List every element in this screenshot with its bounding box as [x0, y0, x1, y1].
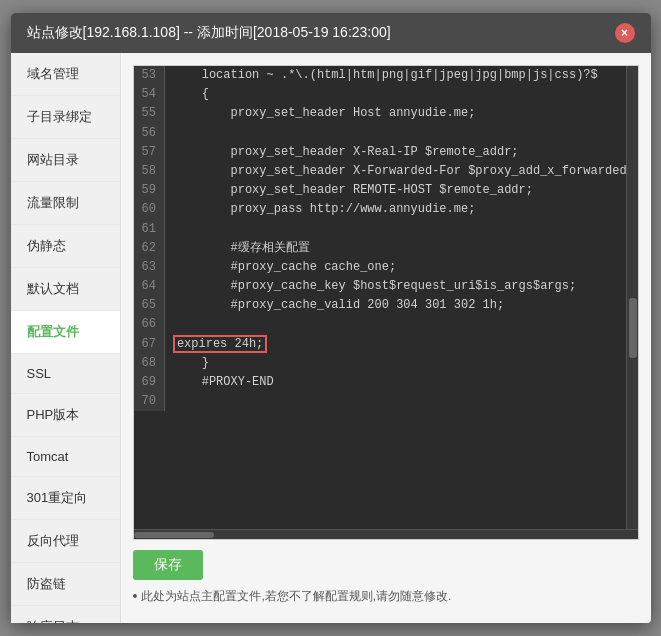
code-line: 63 #proxy_cache cache_one;: [134, 258, 626, 277]
code-line: 58 proxy_set_header X-Forwarded-For $pro…: [134, 162, 626, 181]
code-line: 61: [134, 220, 626, 239]
sidebar-item-12[interactable]: 防盗链: [11, 563, 120, 606]
main-content: 53 location ~ .*\.(html|htm|png|gif|jpeg…: [121, 53, 651, 623]
line-number: 57: [134, 143, 165, 162]
code-line: 68 }: [134, 354, 626, 373]
code-line: 59 proxy_set_header REMOTE-HOST $remote_…: [134, 181, 626, 200]
line-number: 66: [134, 315, 165, 334]
code-line: 56: [134, 124, 626, 143]
code-line: 60 proxy_pass http://www.annyudie.me;: [134, 200, 626, 219]
dialog-title: 站点修改[192.168.1.108] -- 添加时间[2018-05-19 1…: [27, 24, 391, 42]
line-content: #proxy_cache_valid 200 304 301 302 1h;: [164, 296, 625, 315]
line-number: 64: [134, 277, 165, 296]
line-number: 62: [134, 239, 165, 258]
code-line: 57 proxy_set_header X-Real-IP $remote_ad…: [134, 143, 626, 162]
scrollbar-thumb: [629, 298, 637, 358]
line-number: 53: [134, 66, 165, 85]
line-number: 70: [134, 392, 165, 411]
line-content: #PROXY-END: [164, 373, 625, 392]
line-content: expires 24h;: [164, 335, 625, 354]
sidebar: 域名管理子目录绑定网站目录流量限制伪静态默认文档配置文件SSLPHP版本Tomc…: [11, 53, 121, 623]
code-line: 55 proxy_set_header Host annyudie.me;: [134, 104, 626, 123]
sidebar-item-11[interactable]: 反向代理: [11, 520, 120, 563]
dialog-header: 站点修改[192.168.1.108] -- 添加时间[2018-05-19 1…: [11, 13, 651, 53]
sidebar-item-3[interactable]: 流量限制: [11, 182, 120, 225]
sidebar-item-6[interactable]: 配置文件: [11, 311, 120, 354]
sidebar-item-8[interactable]: PHP版本: [11, 394, 120, 437]
sidebar-item-4[interactable]: 伪静态: [11, 225, 120, 268]
notice-bullet: •: [133, 588, 138, 604]
line-content: #proxy_cache_key $host$request_uri$is_ar…: [164, 277, 625, 296]
save-section: 保存 • 此处为站点主配置文件,若您不了解配置规则,请勿随意修改.: [133, 540, 639, 611]
sidebar-item-13[interactable]: 响应日志: [11, 606, 120, 623]
line-number: 60: [134, 200, 165, 219]
sidebar-item-9[interactable]: Tomcat: [11, 437, 120, 477]
horizontal-scrollbar[interactable]: [134, 529, 638, 539]
line-number: 54: [134, 85, 165, 104]
code-line: 66: [134, 315, 626, 334]
code-line: 53 location ~ .*\.(html|htm|png|gif|jpeg…: [134, 66, 626, 85]
line-content: [164, 220, 625, 239]
vertical-scrollbar[interactable]: [626, 66, 638, 529]
save-button[interactable]: 保存: [133, 550, 203, 580]
line-content: location ~ .*\.(html|htm|png|gif|jpeg|jp…: [164, 66, 625, 85]
sidebar-item-2[interactable]: 网站目录: [11, 139, 120, 182]
editor-with-scrollbar: 53 location ~ .*\.(html|htm|png|gif|jpeg…: [134, 66, 638, 529]
line-number: 55: [134, 104, 165, 123]
sidebar-item-10[interactable]: 301重定向: [11, 477, 120, 520]
sidebar-item-1[interactable]: 子目录绑定: [11, 96, 120, 139]
line-content: proxy_set_header X-Real-IP $remote_addr;: [164, 143, 625, 162]
line-content: proxy_set_header Host annyudie.me;: [164, 104, 625, 123]
code-line: 69 #PROXY-END: [134, 373, 626, 392]
sidebar-item-7[interactable]: SSL: [11, 354, 120, 394]
line-content: [164, 124, 625, 143]
code-line: 64 #proxy_cache_key $host$request_uri$is…: [134, 277, 626, 296]
line-content: proxy_pass http://www.annyudie.me;: [164, 200, 625, 219]
line-number: 68: [134, 354, 165, 373]
code-editor[interactable]: 53 location ~ .*\.(html|htm|png|gif|jpeg…: [134, 66, 626, 529]
line-number: 56: [134, 124, 165, 143]
line-content: }: [164, 354, 625, 373]
line-number: 59: [134, 181, 165, 200]
line-content: #proxy_cache cache_one;: [164, 258, 625, 277]
sidebar-item-5[interactable]: 默认文档: [11, 268, 120, 311]
notice: • 此处为站点主配置文件,若您不了解配置规则,请勿随意修改.: [133, 588, 639, 605]
code-line: 70: [134, 392, 626, 411]
scrollbar-h-thumb: [134, 532, 214, 538]
code-line: 67expires 24h;: [134, 335, 626, 354]
code-line: 54 {: [134, 85, 626, 104]
line-number: 61: [134, 220, 165, 239]
line-content: proxy_set_header X-Forwarded-For $proxy_…: [164, 162, 625, 181]
main-dialog: 站点修改[192.168.1.108] -- 添加时间[2018-05-19 1…: [11, 13, 651, 623]
line-number: 58: [134, 162, 165, 181]
sidebar-item-0[interactable]: 域名管理: [11, 53, 120, 96]
code-editor-wrapper: 53 location ~ .*\.(html|htm|png|gif|jpeg…: [133, 65, 639, 540]
line-number: 69: [134, 373, 165, 392]
line-content: [164, 315, 625, 334]
code-table: 53 location ~ .*\.(html|htm|png|gif|jpeg…: [134, 66, 626, 411]
line-number: 65: [134, 296, 165, 315]
line-content: {: [164, 85, 625, 104]
line-content: [164, 392, 625, 411]
line-number: 67: [134, 335, 165, 354]
notice-text: 此处为站点主配置文件,若您不了解配置规则,请勿随意修改.: [141, 588, 451, 605]
line-content: proxy_set_header REMOTE-HOST $remote_add…: [164, 181, 625, 200]
line-content: #缓存相关配置: [164, 239, 625, 258]
code-line: 65 #proxy_cache_valid 200 304 301 302 1h…: [134, 296, 626, 315]
close-button[interactable]: ×: [615, 23, 635, 43]
code-line: 62 #缓存相关配置: [134, 239, 626, 258]
line-number: 63: [134, 258, 165, 277]
dialog-body: 域名管理子目录绑定网站目录流量限制伪静态默认文档配置文件SSLPHP版本Tomc…: [11, 53, 651, 623]
